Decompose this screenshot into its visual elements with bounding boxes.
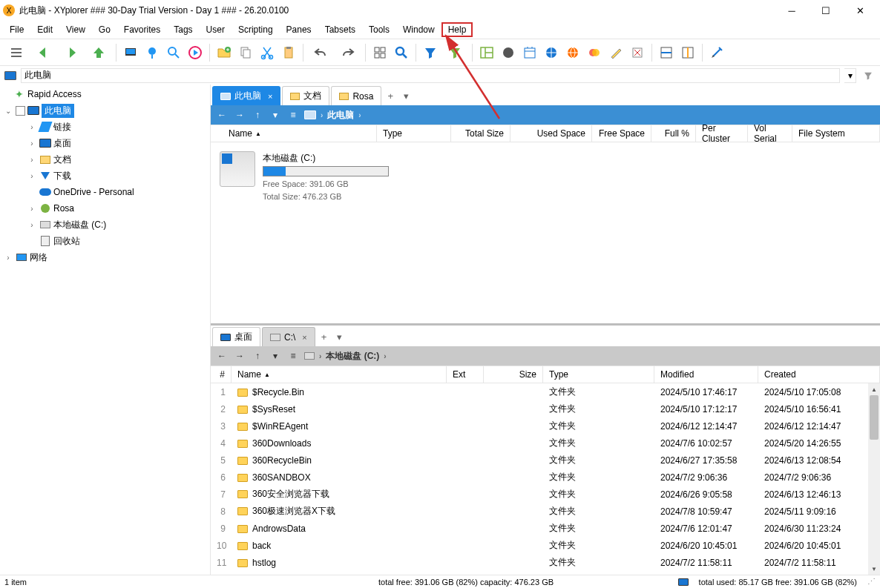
calendar-icon[interactable] xyxy=(519,42,540,63)
folder-tree[interactable]: ✦ Rapid Access ⌄ 此电脑 ›链接›桌面›文档›下载OneDriv… xyxy=(0,85,211,575)
nav-list-icon[interactable]: ≡ xyxy=(286,351,300,361)
menu-user[interactable]: User xyxy=(200,22,232,37)
menu-window[interactable]: Window xyxy=(396,22,441,37)
checkbox[interactable] xyxy=(16,106,25,116)
tree-network[interactable]: › 网络 xyxy=(0,249,210,265)
tree-item[interactable]: ›Rosa xyxy=(0,200,210,217)
expand-icon[interactable]: › xyxy=(27,205,37,213)
nav-dropdown[interactable]: ▾ xyxy=(269,351,282,361)
col-freespace[interactable]: Free Space xyxy=(592,125,651,142)
layout-icon[interactable] xyxy=(476,42,497,63)
expand-icon[interactable]: › xyxy=(27,156,37,164)
nav-up[interactable]: ↑ xyxy=(251,351,264,361)
table-row[interactable]: 5360RecycleBin文件夹2024/6/27 17:35:582024/… xyxy=(211,452,880,469)
menu-panes[interactable]: Panes xyxy=(280,22,318,37)
table-row[interactable]: 3$WinREAgent文件夹2024/6/12 12:14:472024/6/… xyxy=(211,417,880,435)
undo-button[interactable] xyxy=(307,42,334,63)
new-tab[interactable]: + xyxy=(383,86,398,105)
col-ext[interactable]: Ext xyxy=(447,366,484,383)
col-modified[interactable]: Modified xyxy=(654,366,758,383)
col-name[interactable]: Name ▲ xyxy=(232,366,447,383)
col-percluster[interactable]: Per Cluster xyxy=(696,125,748,142)
split-v-icon[interactable] xyxy=(677,42,698,63)
tab[interactable]: 此电脑× xyxy=(212,86,280,105)
expand-icon[interactable]: › xyxy=(27,172,37,180)
scroll-down[interactable]: ▼ xyxy=(868,563,880,575)
brush-icon[interactable] xyxy=(605,42,626,63)
menu-file[interactable]: File xyxy=(3,22,30,37)
nav-back[interactable]: ← xyxy=(215,110,229,120)
col-name[interactable]: Name ▲ xyxy=(211,125,377,142)
play-icon[interactable] xyxy=(185,42,206,63)
tree-item[interactable]: ›下载 xyxy=(0,168,210,184)
new-folder-icon[interactable] xyxy=(214,42,234,63)
tree-item[interactable]: ›链接 xyxy=(0,119,210,135)
table-row[interactable]: 4360Downloads文件夹2024/7/6 10:02:572024/5/… xyxy=(211,435,880,452)
redo-button[interactable] xyxy=(335,42,361,63)
tree-item[interactable]: ›文档 xyxy=(0,151,210,168)
funnel-blue-icon[interactable] xyxy=(420,42,441,63)
search-icon[interactable] xyxy=(163,42,184,63)
scroll-thumb[interactable] xyxy=(870,395,879,440)
expand-icon[interactable]: › xyxy=(27,139,37,148)
close-tab[interactable]: × xyxy=(268,92,272,101)
address-dropdown[interactable]: ▾ xyxy=(844,68,856,83)
table-row[interactable]: 8360极速浏览器X下载文件夹2024/7/8 10:59:472024/5/1… xyxy=(211,503,880,520)
split-h-icon[interactable] xyxy=(656,42,677,63)
menu-tags[interactable]: Tags xyxy=(167,22,199,37)
settings-icon[interactable] xyxy=(706,42,727,63)
table-row[interactable]: 11hstlog文件夹2024/7/2 11:58:112024/7/2 11:… xyxy=(211,554,880,571)
tab[interactable]: 桌面 xyxy=(212,327,260,346)
expand-icon[interactable]: › xyxy=(3,254,13,262)
expand-icon[interactable]: › xyxy=(27,123,37,131)
col-usedspace[interactable]: Used Space xyxy=(510,125,592,142)
menu-view[interactable]: View xyxy=(59,22,92,37)
tree-item[interactable]: OneDrive - Personal xyxy=(0,184,210,200)
clear-icon[interactable] xyxy=(627,42,648,63)
pane1-content[interactable]: 本地磁盘 (C:) Free Space: 391.06 GB Total Si… xyxy=(211,142,880,323)
tab[interactable]: Rosa xyxy=(331,86,381,105)
table-row[interactable]: 10back文件夹2024/6/20 10:45:012024/6/20 10:… xyxy=(211,537,880,554)
find-icon[interactable] xyxy=(391,42,412,63)
menu-scripting[interactable]: Scripting xyxy=(232,22,280,37)
table-row[interactable]: 2$SysReset文件夹2024/5/10 17:12:172024/5/10… xyxy=(211,400,880,417)
tab-menu[interactable]: ▾ xyxy=(332,327,347,346)
collapse-icon[interactable]: ⌄ xyxy=(3,107,13,115)
close-button[interactable]: ✕ xyxy=(843,0,877,21)
up-button[interactable] xyxy=(85,42,112,63)
tree-item[interactable]: ›本地磁盘 (C:) xyxy=(0,217,210,233)
hamburger-button[interactable] xyxy=(3,42,30,63)
tree-rapid-access[interactable]: ✦ Rapid Access xyxy=(0,86,210,102)
tab[interactable]: 文档 xyxy=(282,86,329,105)
menu-help[interactable]: Help xyxy=(441,22,473,37)
computer-icon[interactable] xyxy=(120,42,141,63)
table-row[interactable]: 6360SANDBOX文件夹2024/7/2 9:06:362024/7/2 9… xyxy=(211,469,880,486)
close-tab[interactable]: × xyxy=(302,333,306,342)
resize-grip[interactable]: ⋰ xyxy=(867,577,876,587)
menu-favorites[interactable]: Favorites xyxy=(117,22,167,37)
paste-icon[interactable] xyxy=(278,42,299,63)
breadcrumb[interactable]: 此电脑 xyxy=(327,109,354,122)
drive-item[interactable]: 本地磁盘 (C:) Free Space: 391.06 GB Total Si… xyxy=(217,148,392,205)
expand-icon[interactable]: › xyxy=(27,221,37,229)
pane2-list[interactable]: ▲ ▼ 1$Recycle.Bin文件夹2024/5/10 17:46:1720… xyxy=(211,383,880,575)
table-row[interactable]: 9AndrowsData文件夹2024/7/6 12:01:472024/6/3… xyxy=(211,520,880,537)
col-full[interactable]: Full % xyxy=(651,125,696,142)
venn-icon[interactable] xyxy=(584,42,605,63)
tree-item[interactable]: ›桌面 xyxy=(0,135,210,151)
menu-edit[interactable]: Edit xyxy=(30,22,59,37)
col-type[interactable]: Type xyxy=(377,125,451,142)
col-filesystem[interactable]: File System xyxy=(792,125,880,142)
scroll-up[interactable]: ▲ xyxy=(868,383,880,395)
filter-icon[interactable] xyxy=(861,68,876,83)
nav-list-icon[interactable]: ≡ xyxy=(286,110,300,120)
table-row[interactable]: 7360安全浏览器下载文件夹2024/6/26 9:05:582024/6/13… xyxy=(211,486,880,503)
tab[interactable]: C:\× xyxy=(262,327,315,346)
col-totalsize[interactable]: Total Size xyxy=(451,125,510,142)
col-volserial[interactable]: Vol Serial xyxy=(748,125,792,142)
menu-tabsets[interactable]: Tabsets xyxy=(318,22,362,37)
col-type[interactable]: Type xyxy=(543,366,654,383)
scrollbar[interactable]: ▲ ▼ xyxy=(868,383,880,575)
maximize-button[interactable]: ☐ xyxy=(809,0,843,21)
col-created[interactable]: Created xyxy=(758,366,880,383)
